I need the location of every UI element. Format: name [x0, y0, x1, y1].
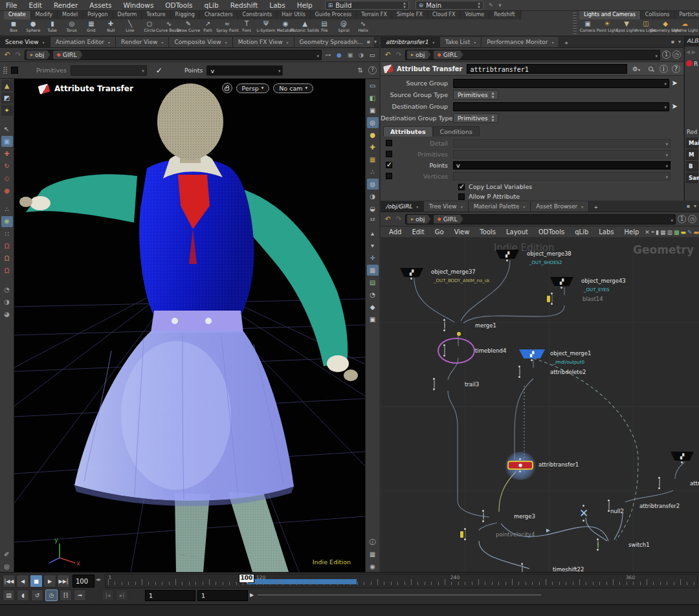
input-connector[interactable] — [443, 319, 445, 321]
gear-menu-icon[interactable]: ⚙▾ — [631, 65, 641, 72]
menu-windows[interactable]: Windows — [117, 1, 159, 9]
path-dropdown-arrow[interactable]: ▾ — [655, 54, 658, 59]
ghost-geo-icon[interactable]: ◑ — [367, 191, 379, 202]
layout-single-icon[interactable]: ▭ — [367, 80, 379, 91]
tab-geometry-spreadsh[interactable]: Geometry Spreadsh...▾ — [294, 37, 375, 47]
shelf-tab-constraints-8[interactable]: Constraints — [238, 11, 278, 19]
path-field[interactable]: ▸obj◆GIRL▾ — [405, 214, 676, 225]
tab-arrow-icon[interactable]: ▾ — [161, 40, 163, 45]
help-icon[interactable]: ? — [672, 65, 680, 73]
new-tab-button[interactable]: ＋ — [589, 203, 603, 212]
link-count-icon[interactable]: 1 — [662, 50, 671, 59]
input-connector[interactable] — [658, 477, 660, 479]
view-grid-icon[interactable]: ▦ — [367, 265, 379, 276]
link-sphere-icon[interactable]: ● — [335, 52, 344, 58]
point-numbers-icon[interactable]: ¹² — [367, 215, 379, 226]
node-pointvelocity4[interactable]: pointvelocity4 — [465, 531, 466, 538]
view-selector[interactable]: Persp▾ — [236, 83, 270, 93]
dest-group-type-menu[interactable]: Primitives▴▾ — [453, 113, 498, 123]
shelf-tab-simple-fx-12[interactable]: Simple FX — [392, 11, 428, 19]
group-field-arrow[interactable]: ▾ — [142, 69, 144, 74]
input-connector[interactable] — [433, 378, 435, 380]
shelf-tab-collisions-1[interactable]: Collisions — [641, 11, 675, 19]
prev-key-icon[interactable]: |◂ — [102, 589, 114, 601]
playhead-marker[interactable]: 100 — [239, 574, 254, 583]
tab-animation-editor[interactable]: Animation Editor▾ — [50, 37, 116, 47]
node-merge3[interactable]: merge3 — [483, 512, 484, 520]
tab-attribtransfer1[interactable]: attribtransfer1▾ — [381, 37, 440, 47]
input-connector[interactable] — [597, 538, 599, 540]
tab-tree-view[interactable]: Tree View▾ — [424, 201, 469, 212]
menu-labs[interactable]: Labs — [263, 1, 291, 9]
viewport[interactable]: y x Attribute Transfer Persp▾ No cam▾ In… — [0, 79, 379, 572]
menu-render[interactable]: Render — [48, 1, 83, 9]
node-body-timeshift22[interactable] — [522, 565, 523, 572]
shelf-tab-hair-utils-9[interactable]: Hair Utils — [277, 11, 311, 19]
path-field[interactable]: ▸obj◆GIRL▾ — [405, 50, 660, 60]
clipped-item-red[interactable]: Red — [685, 127, 699, 137]
shelf-tab-volume-14[interactable]: Volume — [460, 11, 489, 19]
camera-lock-button[interactable] — [222, 83, 232, 93]
input-connector[interactable] — [518, 366, 520, 368]
shelf-tab-model-2[interactable]: Model — [58, 11, 83, 19]
menu-qlib[interactable]: qLib — [199, 1, 225, 9]
node-trail3[interactable]: trail3 — [434, 380, 435, 388]
realtime-clock-icon[interactable]: ◷ — [45, 589, 58, 601]
badge-icon[interactable]: ▣ — [346, 52, 355, 58]
folder-tab-attributes[interactable]: Attributes — [383, 126, 433, 137]
menu-help[interactable]: Help — [291, 1, 318, 9]
scatter-tool-icon[interactable]: ∴ — [1, 204, 13, 215]
tab-composite-view[interactable]: Composite View▾ — [169, 37, 232, 47]
attr-field-arrow[interactable]: ▾ — [665, 164, 668, 169]
desktop-selector[interactable]: ⊞ Build ▴▾ — [325, 1, 409, 10]
lock-camera-icon[interactable]: ▣ — [367, 105, 379, 116]
path-chip-node[interactable]: ◆GIRL — [434, 50, 463, 60]
clipped-item-m[interactable]: M — [686, 149, 698, 160]
node-body-object_merge37[interactable] — [400, 268, 423, 277]
path-chip-node[interactable]: ◆GIRL — [53, 50, 83, 60]
node-merge1[interactable]: merge1 — [444, 322, 445, 329]
scale-handle-icon[interactable]: ◇ — [1, 173, 13, 184]
attr-points-checkbox[interactable] — [386, 162, 392, 168]
tab-arrow-icon[interactable]: ▾ — [416, 204, 418, 209]
shelf-tool-curve-bezier[interactable]: ∿Curve Bezier — [159, 19, 179, 33]
node-attribtransfer3[interactable]: attri — [659, 479, 660, 487]
tab-asset-browser[interactable]: Asset Browser▾ — [531, 201, 589, 212]
node-body-timeblend4[interactable] — [444, 346, 445, 355]
output-connector[interactable] — [443, 355, 445, 357]
sticky-note-icon[interactable]: ▬ — [680, 229, 686, 236]
display-icon[interactable]: ▭ — [368, 52, 377, 58]
group-color-swatch[interactable] — [11, 67, 18, 74]
shelf-tool-sphere[interactable]: ●Sphere — [23, 19, 43, 33]
secure-select-icon[interactable]: ◩ — [1, 93, 13, 104]
output-connector[interactable] — [464, 538, 466, 540]
node-switch1[interactable]: switch1 — [597, 541, 599, 548]
shelf-tab-cloud-fx-13[interactable]: Cloud FX — [428, 11, 460, 19]
select-help-icon[interactable]: ? — [368, 66, 377, 74]
pane-controls[interactable]: ▪▾ — [367, 39, 377, 45]
stop-button[interactable]: ■ — [30, 575, 43, 588]
shelf-tool-box[interactable]: ◼Box — [4, 19, 23, 33]
input-connector[interactable] — [521, 563, 523, 565]
bypass-flag[interactable] — [460, 531, 463, 538]
range-slider-handle[interactable]: ▶ — [250, 592, 254, 598]
input-connector[interactable] — [608, 500, 610, 501]
tab-arrow-icon[interactable]: ▾ — [287, 40, 289, 45]
tab-scene-view[interactable]: Scene View▾ — [0, 37, 50, 47]
path-chip-context[interactable]: ▸obj — [27, 50, 50, 60]
shelf-tool-l-system[interactable]: ΨL-System — [256, 19, 276, 33]
shelf-tab-create-0[interactable]: Create — [4, 11, 31, 19]
shelf-tool-line[interactable]: ╲Line — [120, 19, 140, 33]
input-connector[interactable] — [443, 344, 445, 346]
sort-order-icon[interactable]: ⇅ — [358, 67, 363, 74]
node-body-merge1[interactable] — [444, 321, 445, 329]
clipped-item-main[interactable]: Main — [686, 138, 698, 148]
attr-primitives-checkbox[interactable] — [386, 151, 392, 157]
paint-select-icon[interactable]: ❋ — [1, 216, 13, 227]
history-clock-icon[interactable]: ◷ — [672, 50, 681, 59]
tab-arrow-icon[interactable]: ▾ — [432, 40, 434, 45]
info-circle-icon[interactable]: ⓘ — [367, 536, 379, 547]
netmenu-layout[interactable]: Layout — [502, 228, 533, 236]
red-material-node-icon[interactable] — [686, 60, 693, 67]
tab-take-list[interactable]: Take List▾ — [440, 37, 482, 47]
